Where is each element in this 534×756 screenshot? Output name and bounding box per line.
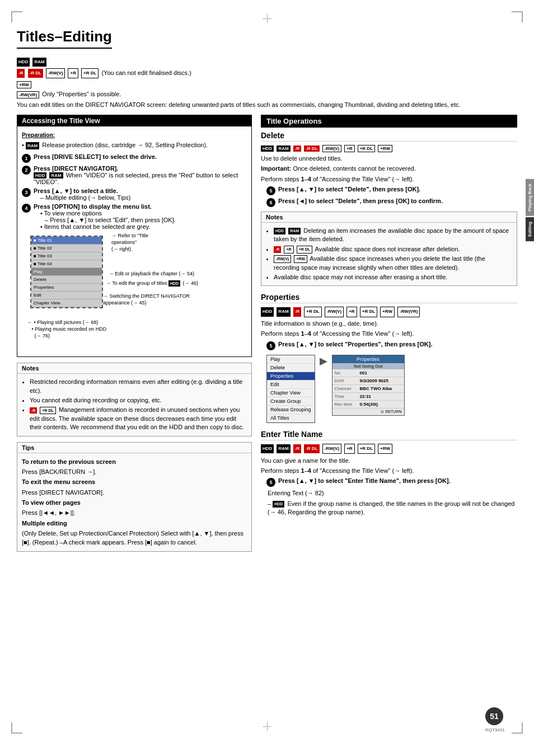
badge-rw-v-del: -RW(V) <box>322 145 342 152</box>
etn-step-5: 5 Press [▲, ▼] to select "Enter Title Na… <box>266 477 517 487</box>
badge-ram: RAM <box>32 58 46 67</box>
badge-hdd-ann: HDD <box>168 280 180 287</box>
screen-row-8: Edit <box>31 292 102 299</box>
props-row-time: Time 22:31 <box>332 393 404 401</box>
step-1-content: Press [DRIVE SELECT] to select the drive… <box>34 153 247 160</box>
tip-text-3: Press [|◄◄, ►►|]. <box>22 509 247 517</box>
tab-playing-back: Playing Back <box>526 179 534 216</box>
step-3-content: Press [▲, ▼] to select a title. – Multip… <box>34 187 247 201</box>
badge-plus-r-prop: +R <box>346 307 357 317</box>
ann-edit: → Edit or playback the chapter (→ 54) <box>109 271 215 278</box>
props-row-channel: Channel BBC TWO Alba <box>332 385 404 393</box>
badge-ram-prop: RAM <box>277 307 290 316</box>
props-label-dvr: DVR <box>335 378 360 383</box>
properties-perform: Perform steps 1–4 of "Accessing the Titl… <box>261 330 517 338</box>
badge-ram-del: RAM <box>277 145 290 152</box>
screen-row-2: ■ Title 02 <box>31 245 102 252</box>
step-2-num: 2 <box>22 166 31 175</box>
properties-section: Properties HDD RAM -R +R DL -RW(V) +R +R… <box>261 293 517 423</box>
badge-rw-v-dn: -RW(V) <box>274 255 291 263</box>
menu-create-group: Create Group <box>267 397 315 406</box>
props-panel-sub: Not Going Out <box>332 363 404 369</box>
del-note-2: -R +R +R DL Available disc space does no… <box>274 245 512 253</box>
notes-header: Notes <box>17 363 251 374</box>
description-text: You can edit titles on the DIRECT NAVIGA… <box>17 101 517 109</box>
etn-entering-text: Entering Text (→ 82) <box>268 489 517 497</box>
delete-step-6-text: Press [◄] to select "Delete", then press… <box>278 198 443 204</box>
props-label-no: No. <box>335 370 360 375</box>
notes-content: Restricted recording information remains… <box>17 374 251 435</box>
badge-plus-r-dl: +R DL <box>81 68 99 78</box>
props-value-time: 22:31 <box>360 394 371 399</box>
step-4-num: 4 <box>22 204 31 213</box>
delete-use-text: Use to delete unneeded titles. <box>261 154 517 163</box>
enter-title-name-title: Enter Title Name <box>261 430 517 440</box>
props-menu: Play Delete Properties Edit Chapter View… <box>266 355 315 423</box>
badge-rw-v-etn: -RW(V) <box>322 444 342 454</box>
properties-title: Properties <box>261 293 517 303</box>
delete-step-5-num: 5 <box>266 186 275 195</box>
tip-label-3: To view other pages <box>22 499 247 507</box>
badge-hdd-s2: HDD <box>34 172 46 179</box>
props-panel: Properties Not Going Out No. 001 DVR 9/3… <box>332 355 405 416</box>
tip-label-4: Multiple editing <box>22 519 247 528</box>
tab-editing: Editing <box>526 217 534 241</box>
props-arrow: ▶ <box>320 355 327 367</box>
props-row-dvr: DVR 9/3/2009 9025 <box>332 377 404 385</box>
properties-step-5-text: Press [▲, ▼] to select "Properties", the… <box>278 341 433 348</box>
tips-header: Tips <box>17 443 251 453</box>
left-column: Accessing the Title View Preparation: • … <box>17 115 252 557</box>
step-1-text: Press [DRIVE SELECT] to select the drive… <box>34 153 157 160</box>
delete-step-5-text: Press [▲, ▼] to select "Delete", then pr… <box>278 186 420 192</box>
etn-step-5-text: Press [▲, ▼] to select "Enter Title Name… <box>278 477 451 484</box>
page-title: Titles–Editing <box>17 28 112 49</box>
enter-title-name-section: Enter Title Name HDD RAM -R -R DL -RW(V)… <box>261 430 517 517</box>
tip-label-1: To return to the previous screen <box>22 458 247 466</box>
badge-ram-s2: RAM <box>49 172 63 179</box>
menu-edit: Edit <box>267 381 315 389</box>
delete-notes-content: HDD RAM Deleting an item increases the a… <box>261 223 517 285</box>
props-label-channel: Channel <box>335 386 360 391</box>
badge-r-note: -R <box>30 407 37 414</box>
props-return: ⊙ RETURN <box>332 408 404 415</box>
properties-step-5: 5 Press [▲, ▼] to select "Properties", t… <box>266 341 517 350</box>
tip-text-4: (Only Delete, Set up Protection/Cancel P… <box>22 529 247 547</box>
badge-plus-r-dl-dn: +R DL <box>297 246 312 253</box>
props-panel-header: Properties <box>332 355 404 363</box>
note-3: -R +R DL Management information is recor… <box>30 406 247 431</box>
screen-row-9: Chapter View <box>31 299 102 307</box>
delete-badges: HDD RAM -R -R DL -RW(V) +R +R DL +RW <box>261 144 517 152</box>
badge-r-prop: -R <box>293 307 301 316</box>
accessing-title-view-header: Accessing the Title View <box>17 115 251 126</box>
properties-desc: Title information is shown (e.g., date, … <box>261 320 517 328</box>
badge-plus-r-dl-note: +R DL <box>40 407 55 415</box>
del-note-1: HDD RAM Deleting an item increases the a… <box>274 227 512 244</box>
props-value-dvr: 9/3/2009 9025 <box>360 378 388 383</box>
crosshair-bottom <box>263 722 271 731</box>
screen-row-4: ■ Title 04 <box>31 260 102 268</box>
prep-label: Preparation: <box>22 132 247 139</box>
delete-important: Important: Once deleted, contents cannot… <box>261 165 517 173</box>
badge-rw-vr-prop: -RW(VR) <box>397 307 420 317</box>
etn-badges: HDD RAM -R -R DL -RW(V) +R +R DL +RW <box>261 443 517 454</box>
properties-badges: HDD RAM -R +R DL -RW(V) +R +R DL +RW -RW… <box>261 306 517 317</box>
badge-hdd-del: HDD <box>261 145 274 152</box>
notes-box: Notes Restricted recording information r… <box>17 363 252 436</box>
badge-hdd-etn: HDD <box>261 444 274 453</box>
diagram-area: ■ Title 01 ■ Title 02 ■ Title 03 ■ Title… <box>22 233 223 350</box>
note-2: You cannot edit during recording or copy… <box>30 396 247 405</box>
step-3-num: 3 <box>22 188 31 197</box>
step-4-content: Press [OPTION] to display the menu list.… <box>34 203 247 230</box>
badge-ram-dn: RAM <box>288 228 301 234</box>
screen-row-1: ■ Title 01 <box>31 237 102 245</box>
props-value-rectime: 0:54(20i) <box>360 402 378 407</box>
screen-row-7: Properties <box>31 284 102 292</box>
step-4: 4 Press [OPTION] to display the menu lis… <box>22 203 247 230</box>
badge-plus-rw-dn: +RW <box>294 255 307 263</box>
badge-ram-prep: RAM <box>26 142 39 149</box>
delete-title: Delete <box>261 131 517 142</box>
tips-box: Tips To return to the previous screen Pr… <box>17 442 252 552</box>
menu-properties: Properties <box>267 372 315 381</box>
screen-row-3: ■ Title 03 <box>31 252 102 260</box>
etn-desc: You can give a name for the title. <box>261 457 517 465</box>
